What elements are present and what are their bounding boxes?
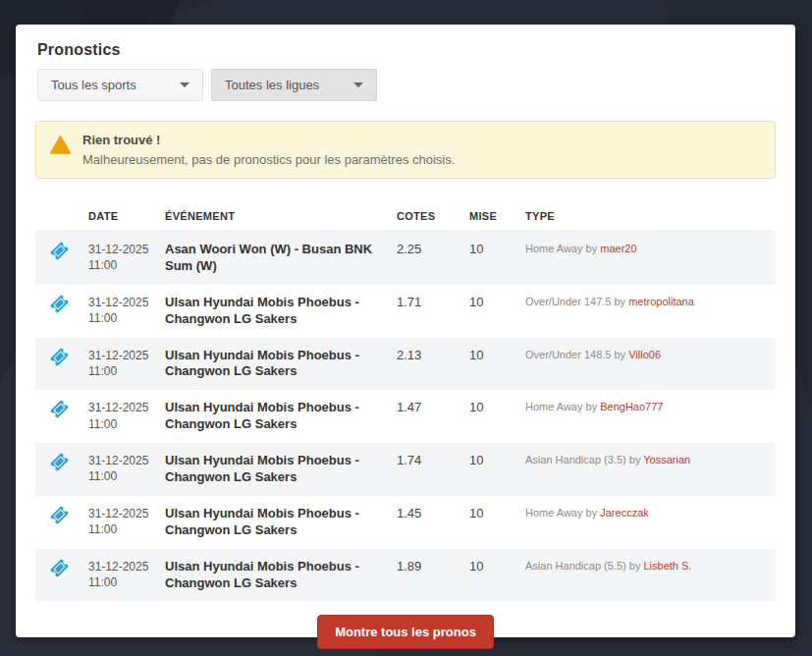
stake-value: 10 xyxy=(463,549,519,602)
odds-value: 1.89 xyxy=(391,549,463,602)
event-date: 31-12-2025 11:00 xyxy=(82,496,159,549)
bet-type: Over/Under 148.5 by Villo06 xyxy=(519,338,776,391)
sport-select-value: Tous les sports xyxy=(51,78,136,92)
tipster-link[interactable]: Villo06 xyxy=(628,349,661,360)
bet-type: Home Away by maer20 xyxy=(519,232,776,285)
event-name: Ulsan Hyundai Mobis Phoebus - Changwon L… xyxy=(159,285,391,338)
ticket-icon xyxy=(50,348,69,366)
odds-value: 1.71 xyxy=(391,285,463,338)
stake-value: 10 xyxy=(463,232,519,285)
tipster-link[interactable]: Jarecczak xyxy=(600,507,649,519)
header-type: TYPE xyxy=(519,200,776,232)
odds-value: 2.13 xyxy=(391,338,463,391)
header-date: DATE xyxy=(82,200,159,232)
stake-value: 10 xyxy=(463,496,519,549)
event-name: Ulsan Hyundai Mobis Phoebus - Changwon L… xyxy=(159,443,391,496)
event-name: Ulsan Hyundai Mobis Phoebus - Changwon L… xyxy=(159,496,391,549)
header-event: ÉVÉNEMENT xyxy=(159,200,391,232)
bet-type: Asian Handicap (3.5) by Yossarian xyxy=(519,443,776,496)
table-row[interactable]: 31-12-2025 11:00 Ulsan Hyundai Mobis Pho… xyxy=(35,390,776,443)
table-row[interactable]: 31-12-2025 11:00 Ulsan Hyundai Mobis Pho… xyxy=(35,338,776,391)
caret-down-icon xyxy=(180,82,189,87)
odds-value: 1.74 xyxy=(391,443,463,496)
header-stake: MISE xyxy=(463,200,519,232)
bet-type: Home Away by Jarecczak xyxy=(519,496,776,549)
league-select[interactable]: Toutes les ligues xyxy=(211,69,377,101)
table-row[interactable]: 31-12-2025 11:00 Ulsan Hyundai Mobis Pho… xyxy=(35,496,776,549)
bet-type: Asian Handicap (5.5) by Lisbeth S. xyxy=(519,549,776,602)
tipster-link[interactable]: maer20 xyxy=(600,243,636,254)
warning-triangle-icon xyxy=(50,136,71,154)
tipster-link[interactable]: Lisbeth S. xyxy=(643,560,691,572)
event-name: Asan Woori Won (W) - Busan BNK Sum (W) xyxy=(159,232,391,285)
event-date: 31-12-2025 11:00 xyxy=(82,232,159,285)
header-icon xyxy=(35,200,82,232)
table-row[interactable]: 31-12-2025 11:00 Ulsan Hyundai Mobis Pho… xyxy=(35,443,776,496)
ticket-icon xyxy=(50,295,69,313)
stake-value: 10 xyxy=(463,285,519,338)
pronostics-table: DATE ÉVÉNEMENT COTES MISE TYPE 31-12-202… xyxy=(35,200,776,601)
ticket-icon xyxy=(50,453,69,471)
table-row[interactable]: 31-12-2025 11:00 Ulsan Hyundai Mobis Pho… xyxy=(35,285,776,338)
ticket-icon xyxy=(50,506,69,524)
caret-down-icon xyxy=(353,82,363,87)
event-name: Ulsan Hyundai Mobis Phoebus - Changwon L… xyxy=(159,338,391,391)
table-row[interactable]: 31-12-2025 11:00 Asan Woori Won (W) - Bu… xyxy=(35,232,776,285)
odds-value: 1.47 xyxy=(391,390,463,443)
ticket-icon xyxy=(50,559,69,577)
event-date: 31-12-2025 11:00 xyxy=(82,338,159,391)
event-date: 31-12-2025 11:00 xyxy=(82,443,159,496)
alert-title: Rien trouvé ! xyxy=(82,133,455,147)
alert-text: Rien trouvé ! Malheureusement, pas de pr… xyxy=(82,133,455,167)
alert-message: Malheureusement, pas de pronostics pour … xyxy=(82,152,455,167)
event-date: 31-12-2025 11:00 xyxy=(82,549,159,602)
table-row[interactable]: 31-12-2025 11:00 Ulsan Hyundai Mobis Pho… xyxy=(35,549,776,602)
page-title: Pronostics xyxy=(37,41,776,59)
event-date: 31-12-2025 11:00 xyxy=(82,390,159,443)
bet-type: Over/Under 147.5 by metropolitana xyxy=(519,285,776,338)
header-odds: COTES xyxy=(391,200,463,232)
tipster-link[interactable]: metropolitana xyxy=(628,296,694,307)
league-select-value: Toutes les ligues xyxy=(225,78,319,92)
tipster-link[interactable]: BengHao777 xyxy=(600,401,663,412)
pronostics-panel: Pronostics Tous les sports Toutes les li… xyxy=(16,25,795,637)
event-date: 31-12-2025 11:00 xyxy=(82,285,159,338)
ticket-icon xyxy=(50,400,69,418)
ticket-icon xyxy=(50,242,69,260)
odds-value: 2.25 xyxy=(391,232,463,285)
stake-value: 10 xyxy=(463,390,519,443)
table-header-row: DATE ÉVÉNEMENT COTES MISE TYPE xyxy=(35,200,776,232)
show-all-pronos-button[interactable]: Montre tous les pronos xyxy=(317,615,494,649)
stake-value: 10 xyxy=(463,443,519,496)
filters-bar: Tous les sports Toutes les ligues xyxy=(37,69,776,101)
odds-value: 1.45 xyxy=(391,496,463,549)
stake-value: 10 xyxy=(463,338,519,391)
event-name: Ulsan Hyundai Mobis Phoebus - Changwon L… xyxy=(159,549,391,602)
no-results-alert: Rien trouvé ! Malheureusement, pas de pr… xyxy=(35,121,776,179)
bet-type: Home Away by BengHao777 xyxy=(519,390,776,443)
sport-select[interactable]: Tous les sports xyxy=(37,69,203,101)
table-footer: Montre tous les pronos xyxy=(35,615,776,649)
event-name: Ulsan Hyundai Mobis Phoebus - Changwon L… xyxy=(159,390,391,443)
tipster-link[interactable]: Yossarian xyxy=(643,454,690,465)
